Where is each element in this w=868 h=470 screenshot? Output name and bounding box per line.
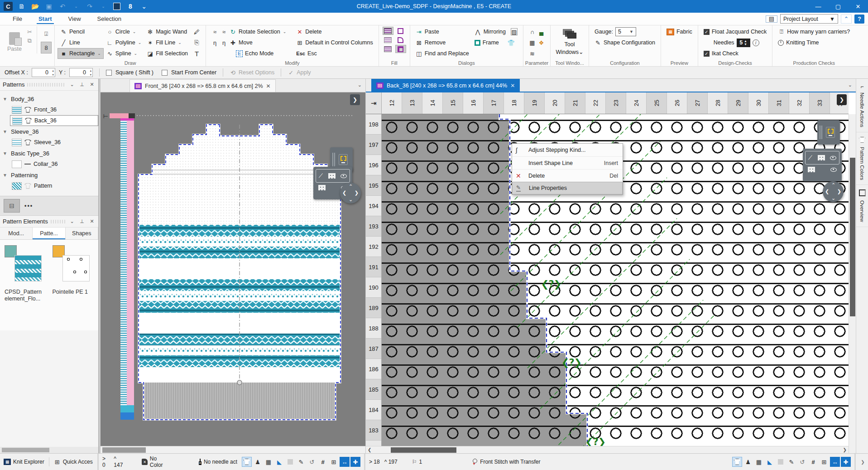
loop-select-tool[interactable] [41,42,52,53]
row-header-cell[interactable]: 193 [366,216,381,237]
dock-scrollbar[interactable] [0,447,98,453]
row-header-cell[interactable]: 185 [366,379,381,400]
tree-item-collar36[interactable]: Collar_36 [10,159,98,170]
fabric-preview-button[interactable]: ▦Fabric [664,26,695,37]
panel-chevron-icon[interactable]: ⌄ [68,218,76,224]
column-header-cell[interactable]: 31 [769,92,789,114]
dialogs-paste-button[interactable]: Paste [413,26,472,37]
column-header-cell[interactable]: 26 [667,92,687,114]
pan-up-icon[interactable]: ⌃ [349,184,353,189]
collapse-ribbon-button[interactable]: ⌃ [841,15,852,24]
ribbon-tab[interactable]: View [60,13,89,25]
column-header-cell[interactable]: 22 [585,92,606,114]
panel-pin-icon[interactable]: ⊥ [78,218,86,224]
more-options-button[interactable]: ••• [24,203,33,209]
fill-line-tool[interactable]: Fill Line⌄ [144,37,191,48]
fill-fabric-full-button[interactable] [383,27,393,35]
close-button[interactable]: ✕ [848,0,868,13]
front-canvas[interactable]: ❯ ⟋ ⌃ [101,92,365,453]
ribbon-tab[interactable]: Start [30,13,60,25]
row-header-cell[interactable]: 188 [366,318,381,339]
copy-shape-tool[interactable] [191,37,203,48]
panel-pin-icon[interactable]: ⊥ [78,82,86,87]
panel-grip[interactable] [27,83,66,87]
context-menu-item[interactable]: Adjust Stepping Kind... [512,144,623,156]
shape-line-icon[interactable]: ⟋ [319,172,323,179]
view-toolbar-button[interactable] [830,457,840,467]
undo-dropdown-icon[interactable] [72,2,81,10]
frame-button[interactable]: Frame [472,37,520,48]
rotate-selection-button[interactable]: Rotate Selection⌄ [209,26,289,37]
tree-item-pattern[interactable]: Pattern [10,180,98,191]
pattern-elements-tab[interactable]: Mod... [0,228,33,239]
view-toolbar-button[interactable] [819,457,829,467]
right-dock-tab[interactable]: Overview [856,185,868,227]
visibility-eye-icon[interactable] [830,156,836,160]
column-header-cell[interactable]: 29 [728,92,748,114]
cut-button[interactable] [26,28,33,35]
row-header-cell[interactable]: 183 [366,420,381,441]
view-toolbar-button[interactable] [318,457,328,467]
column-header-cell[interactable]: 30 [748,92,769,114]
context-menu-item[interactable]: Insert Shape Line Insert [512,156,623,169]
front-color-indicator[interactable]: ✕No Color [142,455,169,468]
fill-snap-corner-button[interactable] [395,45,406,53]
view-toolbar-button[interactable] [242,457,252,467]
pan-down-icon[interactable]: ⌄ [831,195,835,201]
shape-line-icon[interactable]: ⟋ [808,154,812,161]
tree-group-sleeve[interactable]: ▼Sleeve_36 [3,126,98,137]
column-header-cell[interactable]: 20 [545,92,565,114]
fill-fabric-half-button[interactable] [383,36,393,44]
back-document-tab[interactable]: Back_36 [240 x 268 => 65.8 cm x 64.6 cm]… [371,79,520,92]
circle-tool[interactable]: Circle⌄ [104,26,144,37]
grid-corner-cell[interactable]: ⇥ [366,92,382,114]
caret-down-icon[interactable]: ▼ [3,97,8,102]
move-button[interactable]: Move [209,37,289,48]
tree-group-patterning[interactable]: ▼Patterning [3,170,98,180]
column-header-cell[interactable]: 27 [687,92,708,114]
fill-fabric-alt-button[interactable] [383,45,393,53]
reset-options-button[interactable]: Reset Options [230,69,274,76]
scroll-left-icon[interactable]: ❮ [368,447,371,452]
help-button[interactable]: ? [854,15,864,24]
context-menu-item[interactable]: Line Properties [512,182,623,194]
caret-down-icon[interactable]: ▼ [3,151,8,156]
drag-grip-icon[interactable] [820,126,823,139]
offset-x-input[interactable]: 0 [32,68,55,77]
chevrons-parameter-button[interactable] [526,48,547,59]
ribbon-tab[interactable]: File [5,13,30,25]
back-float-selection-panel[interactable] [817,120,840,145]
view-toolbar-button[interactable] [765,457,775,467]
find-replace-button[interactable]: Find and Replace [413,48,472,59]
row-header-cell[interactable]: 186 [366,359,381,379]
column-header-cell[interactable]: 25 [647,92,667,114]
row-header-cell[interactable]: 194 [366,196,381,216]
project-layout-select[interactable]: Project Layout▼ [780,14,838,24]
pattern-elements-tab[interactable]: Patte... [33,228,65,239]
view-toolbar-button[interactable] [307,457,317,467]
grid-view-icon[interactable] [328,173,336,179]
shape-configuration-button[interactable]: Shape Configuration [592,37,658,48]
front-navigation-pad[interactable]: ⌃ ⌄ ❮ ❯ [340,183,361,204]
tab-close-icon[interactable]: ✕ [266,83,271,89]
back-expander-button[interactable]: ❯ [837,94,847,105]
mirroring-button[interactable]: Mirroring [472,26,520,37]
line-tool[interactable]: Line [58,37,104,48]
info-icon[interactable]: i [753,39,759,46]
tool-windows-button[interactable]: Tool Windows⌄ [553,26,586,58]
ruler-corner-icon[interactable] [102,112,109,120]
column-header-cell[interactable]: 33 [810,92,830,114]
view-toolbar-button[interactable] [296,457,306,467]
back-vscroll-thumb[interactable] [850,158,855,316]
pan-left-icon[interactable]: ❮ [342,190,346,196]
gauge-select[interactable]: 5▼ [615,27,636,36]
view-toolbar-button[interactable] [841,457,851,467]
view-toolbar-button[interactable] [350,457,360,467]
fill-shape-curl-button[interactable] [395,36,406,44]
loop-parameter-button[interactable] [526,26,547,37]
row-header-cell[interactable]: 195 [366,175,381,196]
table-parameter-button[interactable] [526,37,547,48]
polyline-tool[interactable]: Polyline⌄ [104,37,144,48]
spray-tool[interactable] [191,26,203,37]
knitting-time-button[interactable]: Knitting Time [775,37,853,48]
